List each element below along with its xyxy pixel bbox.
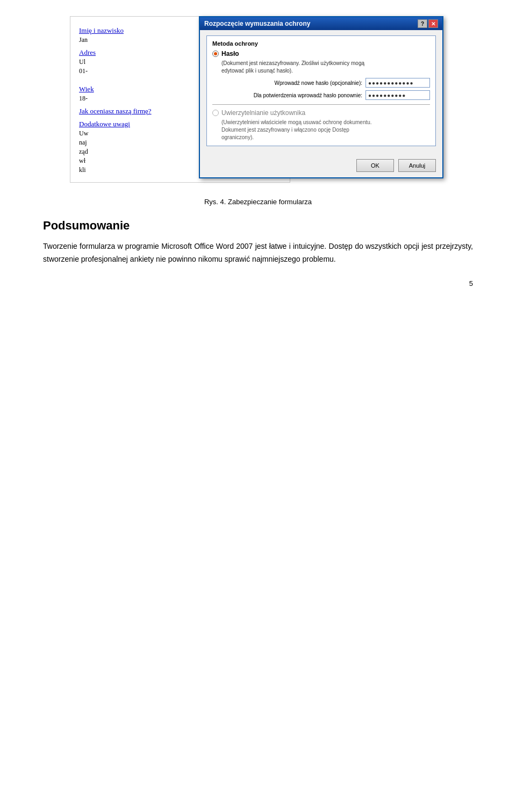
password2-input[interactable] xyxy=(366,90,430,100)
password1-input[interactable] xyxy=(366,78,430,88)
auth-info-text: (Uwierzytelnieni właściciele mogą usuwać… xyxy=(221,119,430,141)
method-section: Metoda ochrony Hasło (Dokument jest niez… xyxy=(206,35,436,146)
page-number: 5 xyxy=(469,279,473,288)
haslo-info-text: (Dokument jest niezaszyfrowany. Złośliwi… xyxy=(221,60,430,75)
haslo-radio-option[interactable]: Hasło xyxy=(212,50,430,58)
haslo-radio-dot xyxy=(212,51,219,57)
dialog-body: Metoda ochrony Hasło (Dokument jest niez… xyxy=(200,30,442,156)
dialog-box: Rozpoczęcie wymuszania ochrony ? ✕ Metod… xyxy=(199,16,443,178)
ok-button[interactable]: OK xyxy=(356,159,394,172)
figure-caption: Rys. 4. Zabezpieczanie formularza xyxy=(43,198,473,206)
dialog-title: Rozpoczęcie wymuszania ochrony xyxy=(204,20,310,27)
close-button[interactable]: ✕ xyxy=(428,19,438,28)
dialog-footer: OK Anuluj xyxy=(200,156,442,177)
password2-label: Dla potwierdzenia wprowadź hasło ponowni… xyxy=(212,92,362,98)
dialog-titlebar-buttons: ? ✕ xyxy=(418,19,438,28)
method-title: Metoda ochrony xyxy=(212,40,430,47)
summary-heading: Podsumowanie xyxy=(43,219,473,233)
summary-paragraph: Tworzenie formularza w programie Microso… xyxy=(43,240,473,266)
screenshot-area: Imię i nazwisko Jan Adres Ul 01- Wiek 18… xyxy=(43,16,473,188)
help-button[interactable]: ? xyxy=(418,19,427,28)
password1-label: Wprowadź nowe hasło (opcjonalnie): xyxy=(212,80,362,86)
auth-radio-label: Uwierzytelnianie użytkownika xyxy=(221,109,305,117)
page-content: Imię i nazwisko Jan Adres Ul 01- Wiek 18… xyxy=(0,0,516,298)
password1-row: Wprowadź nowe hasło (opcjonalnie): xyxy=(212,78,430,88)
separator xyxy=(212,104,430,105)
password2-row: Dla potwierdzenia wprowadź hasło ponowni… xyxy=(212,90,430,100)
dialog-titlebar: Rozpoczęcie wymuszania ochrony ? ✕ xyxy=(200,17,442,30)
auth-radio-option: Uwierzytelnianie użytkownika xyxy=(212,109,430,117)
auth-radio-dot xyxy=(212,110,219,116)
cancel-button[interactable]: Anuluj xyxy=(398,159,436,172)
haslo-radio-label: Hasło xyxy=(221,50,239,58)
screenshot-wrapper: Imię i nazwisko Jan Adres Ul 01- Wiek 18… xyxy=(70,16,446,188)
